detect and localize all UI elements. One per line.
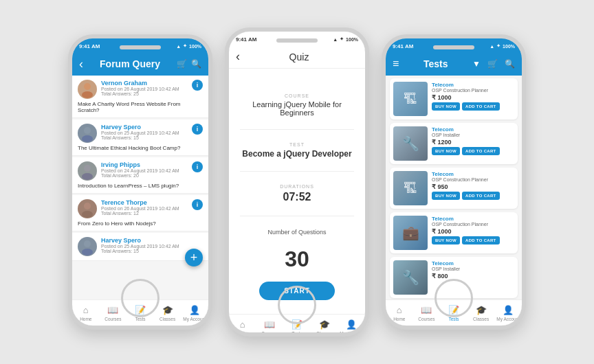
bottom-nav-home-right[interactable]: ⌂ Home xyxy=(386,300,413,326)
forum-name-2: Harvey Spero xyxy=(101,124,188,130)
buy-btn-1[interactable]: BUY NOW xyxy=(432,102,460,111)
forum-date-3: Posted on 24 August 2019 10:42 AM xyxy=(101,168,188,173)
forum-name-4: Terence Thorpe xyxy=(101,199,188,206)
forum-item-1[interactable]: Vernon Graham Posted on 26 August 2019 1… xyxy=(72,76,208,118)
forum-list: Vernon Graham Posted on 26 August 2019 1… xyxy=(72,76,208,261)
bottom-nav-courses-right[interactable]: 📖 Courses xyxy=(413,300,441,326)
account-icon-right: 👤 xyxy=(503,305,514,315)
test-category-3: Telecom xyxy=(432,171,514,177)
bottom-nav-tests-label-right: Tests xyxy=(448,317,459,321)
nav-bar-right: ≡ Tests ▼ 🛒 🔍 xyxy=(386,52,522,76)
cart-btn-1[interactable]: ADD TO CART xyxy=(462,102,500,111)
courses-icon-right: 📖 xyxy=(421,305,432,315)
bottom-nav-courses-left[interactable]: 📖 Courses xyxy=(100,300,127,326)
bottom-nav-courses-center[interactable]: 📖 Courses xyxy=(256,315,284,337)
forum-question-2: The Ultimate Ethical Hacking Boot Camp? xyxy=(78,145,203,151)
bottom-nav-tests-center[interactable]: 📝 Tests xyxy=(283,315,311,337)
test-info-5: Telecom OSP Installer ₹ 800 xyxy=(432,260,514,295)
forum-answers-2: Total Answers: 15 xyxy=(101,135,188,140)
bottom-nav-courses-label-left: Courses xyxy=(104,317,121,321)
quiz-test-label: TEST xyxy=(240,142,354,147)
bottom-nav-classes-left[interactable]: 🎓 Classes xyxy=(154,300,182,326)
nav-bar-left: ‹ Forum Query 🛒 🔍 xyxy=(72,52,208,76)
buy-btn-4[interactable]: BUY NOW xyxy=(432,236,460,244)
forum-meta-2: Harvey Spero Posted on 25 August 2019 10… xyxy=(101,124,188,140)
test-card-2[interactable]: 🔧 Telecom OSP Installer ₹ 1200 BUY NOW A… xyxy=(390,123,518,164)
info-btn-3[interactable]: i xyxy=(192,161,203,172)
bottom-nav-tests-label-center: Tests xyxy=(292,331,302,336)
test-price-5: ₹ 800 xyxy=(432,273,514,280)
cart-icon-left[interactable]: 🛒 xyxy=(177,59,187,69)
status-icons-center: ▲ ✦ 100% xyxy=(333,36,358,42)
info-btn-1[interactable]: i xyxy=(192,80,203,91)
bottom-nav-tests-right[interactable]: 📝 Tests xyxy=(440,300,468,326)
bottom-nav-home-left[interactable]: ⌂ Home xyxy=(72,300,100,326)
buy-btn-2[interactable]: BUY NOW xyxy=(432,147,460,155)
signal-icon-right: ▲ xyxy=(490,44,494,49)
bottom-nav-classes-label-left: Classes xyxy=(160,317,175,321)
phone-right: 9:41 AM ▲ ✦ 100% ≡ Tests ▼ 🛒 🔍 🏗 Te xyxy=(382,34,526,330)
forum-name-1: Vernon Graham xyxy=(101,80,188,87)
tests-icon-left: 📝 xyxy=(135,305,146,315)
bottom-nav-right: ⌂ Home 📖 Courses 📝 Tests 🎓 Classes 👤 My … xyxy=(386,299,522,326)
forum-item-3[interactable]: Irving Phipps Posted on 24 August 2019 1… xyxy=(72,157,208,194)
test-thumb-2: 🔧 xyxy=(393,126,428,161)
buy-btn-3[interactable]: BUY NOW xyxy=(432,192,460,200)
quiz-course-section: COURSE Learning jQuery Mobile for Beginn… xyxy=(240,93,354,117)
forum-name-3: Irving Phipps xyxy=(101,161,188,168)
bottom-nav-classes-right[interactable]: 🎓 Classes xyxy=(468,300,495,326)
forum-item-2[interactable]: Harvey Spero Posted on 25 August 2019 10… xyxy=(72,120,208,156)
status-icons-right: ▲ ✦ 100% xyxy=(490,43,515,49)
status-time-left: 9:41 AM xyxy=(79,43,100,49)
account-icon-left: 👤 xyxy=(189,305,200,315)
quiz-duration-section: DURATIONS 07:52 xyxy=(240,184,354,203)
menu-icon-right[interactable]: ≡ xyxy=(393,58,399,70)
back-button-left[interactable]: ‹ xyxy=(79,57,83,71)
home-icon-right: ⌂ xyxy=(397,305,402,315)
phone-left: 9:41 AM ▲ ✦ 100% ‹ Forum Query 🛒 🔍 xyxy=(68,34,212,330)
test-card-3[interactable]: 🏗 Telecom OSP Construction Planner ₹ 950… xyxy=(390,168,518,209)
battery-left: 100% xyxy=(189,44,201,49)
phones-container: 9:41 AM ▲ ✦ 100% ‹ Forum Query 🛒 🔍 xyxy=(61,21,533,343)
bottom-nav-tests-left[interactable]: 📝 Tests xyxy=(126,300,154,326)
start-button[interactable]: START xyxy=(259,282,335,300)
info-btn-2[interactable]: i xyxy=(192,124,203,135)
test-card-4[interactable]: 💼 Telecom OSP Construction Planner ₹ 100… xyxy=(390,212,518,253)
filter-icon-right[interactable]: ▼ xyxy=(472,59,481,69)
info-btn-4[interactable]: i xyxy=(192,199,203,210)
bottom-nav-account-center[interactable]: 👤 My Account xyxy=(338,315,365,337)
status-bar-left: 9:41 AM ▲ ✦ 100% xyxy=(72,38,208,52)
bottom-nav-classes-center[interactable]: 🎓 Classes xyxy=(311,315,338,337)
status-time-center: 9:41 AM xyxy=(236,36,256,43)
test-card-5[interactable]: 🔧 Telecom OSP Installer ₹ 800 xyxy=(390,257,518,298)
quiz-test-section: TEST Become a jQuery Developer xyxy=(240,142,354,159)
bottom-nav-account-label-left: My Account xyxy=(183,317,206,321)
bluetooth-icon-center: ✦ xyxy=(340,36,344,42)
cart-icon-right[interactable]: 🛒 xyxy=(487,59,498,69)
svg-point-9 xyxy=(82,249,93,255)
search-icon-right[interactable]: 🔍 xyxy=(505,59,515,69)
fab-add-button[interactable]: + xyxy=(185,249,203,266)
quiz-course-label: COURSE xyxy=(240,93,354,98)
avatar-5 xyxy=(78,237,97,256)
test-thumb-4: 💼 xyxy=(393,216,428,250)
forum-date-4: Posted on 26 August 2019 10:42 AM xyxy=(101,206,188,211)
classes-icon-left: 🎓 xyxy=(162,305,173,315)
cart-btn-2[interactable]: ADD TO CART xyxy=(462,147,500,155)
status-bar-center: 9:41 AM ▲ ✦ 100% xyxy=(229,32,365,45)
quiz-divider-2 xyxy=(240,171,354,172)
thumb-icon-5: 🔧 xyxy=(393,260,428,295)
bottom-nav-account-label-right: My Account xyxy=(496,317,520,321)
search-icon-left[interactable]: 🔍 xyxy=(191,59,201,69)
bottom-nav-account-right[interactable]: 👤 My Account xyxy=(494,300,522,326)
bottom-nav-home-center[interactable]: ⌂ Home xyxy=(229,315,256,337)
test-category-2: Telecom xyxy=(432,126,514,133)
test-category-5: Telecom xyxy=(432,260,514,266)
bottom-nav-account-left[interactable]: 👤 My Account xyxy=(181,300,208,326)
cart-btn-4[interactable]: ADD TO CART xyxy=(462,236,500,244)
test-card-1[interactable]: 🏗 Telecom OSP Construction Planner ₹ 100… xyxy=(390,78,518,120)
home-icon-left: ⌂ xyxy=(83,305,89,315)
cart-btn-3[interactable]: ADD TO CART xyxy=(462,192,500,200)
forum-meta-1: Vernon Graham Posted on 26 August 2019 1… xyxy=(101,80,188,96)
forum-item-4[interactable]: Terence Thorpe Posted on 26 August 2019 … xyxy=(72,195,208,231)
